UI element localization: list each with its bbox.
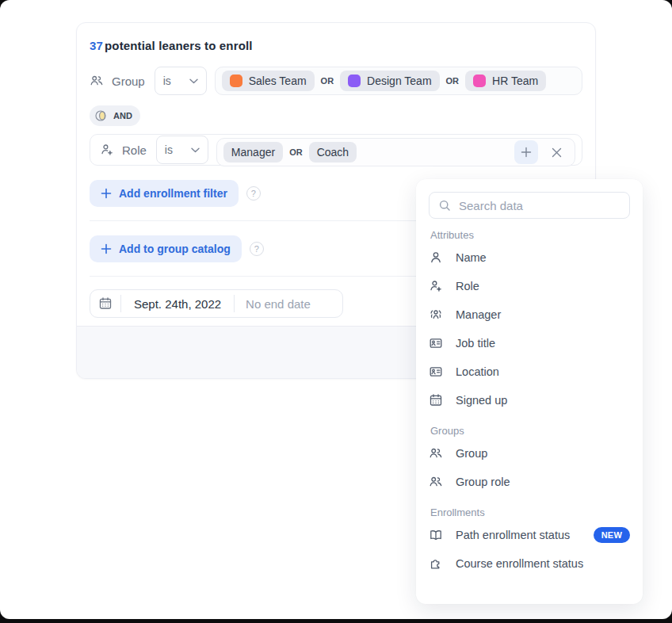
plus-icon: [521, 147, 532, 158]
team-color-dot: [348, 75, 361, 87]
panel-item-label: Signed up: [456, 394, 507, 407]
end-date-placeholder[interactable]: No end date: [235, 297, 322, 311]
manager-icon: [429, 308, 443, 322]
id-card-icon: [429, 365, 443, 379]
date-range-picker: Sept. 24th, 2022 No end date: [90, 289, 343, 318]
group-value-label: Design Team: [367, 75, 431, 87]
panel-item-label: Location: [456, 365, 499, 378]
or-joiner: OR: [446, 76, 460, 86]
panel-item-manager[interactable]: Manager: [429, 300, 630, 329]
and-label: AND: [113, 111, 132, 120]
people-icon: [90, 74, 104, 88]
group-value-pill[interactable]: Sales Team: [222, 71, 315, 91]
role-value-pill[interactable]: Manager: [223, 142, 283, 162]
group-value-pill[interactable]: HR Team: [465, 71, 546, 91]
puzzle-icon: [429, 556, 443, 571]
role-filter-row: Role is Manager OR Coach: [90, 134, 582, 166]
role-values-box[interactable]: Manager OR Coach: [216, 138, 575, 166]
person-icon: [429, 250, 443, 265]
panel-item-group[interactable]: Group: [429, 439, 630, 468]
panel-item-label: Job title: [456, 337, 495, 350]
add-to-group-catalog-label: Add to group catalog: [119, 243, 231, 255]
people-icon: [429, 446, 443, 461]
panel-item-path-enrollment-status[interactable]: Path enrollment status NEW: [429, 521, 630, 549]
panel-item-label: Role: [456, 280, 479, 292]
id-card-icon: [429, 336, 443, 350]
group-operator-value: is: [163, 75, 171, 87]
group-values-box[interactable]: Sales Team OR Design Team OR HR Team: [215, 67, 582, 95]
plus-icon: [101, 243, 112, 254]
group-operator-select[interactable]: is: [155, 67, 207, 95]
panel-item-label: Path enrollment status: [456, 529, 570, 541]
venn-intersect-icon: [94, 109, 109, 123]
team-color-dot: [473, 75, 486, 87]
add-enrollment-filter-button[interactable]: Add enrollment filter: [90, 180, 239, 207]
group-value-pill[interactable]: Design Team: [340, 71, 439, 91]
calendar-icon: [429, 393, 443, 407]
search-input[interactable]: [459, 199, 620, 212]
panel-item-job-title[interactable]: Job title: [429, 329, 630, 357]
section-header-attributes: Attributes: [430, 229, 630, 241]
question-icon[interactable]: ?: [246, 186, 261, 201]
panel-item-location[interactable]: Location: [429, 357, 630, 386]
data-picker-panel: Attributes Name Role: [416, 179, 643, 604]
panel-item-name[interactable]: Name: [429, 243, 630, 272]
search-icon: [438, 199, 452, 212]
plus-icon: [101, 188, 112, 199]
and-join-badge[interactable]: AND: [90, 105, 140, 126]
or-joiner: OR: [321, 76, 334, 86]
venn-fill: [100, 112, 105, 120]
panel-item-label: Manager: [456, 308, 501, 321]
role-value-pill[interactable]: Coach: [309, 142, 357, 162]
add-role-value-button[interactable]: [514, 140, 538, 164]
learner-count: 37: [90, 39, 103, 52]
remove-filter-button[interactable]: [544, 140, 568, 164]
section-header-enrollments: Enrollments: [430, 506, 630, 518]
open-book-icon: [429, 528, 443, 542]
group-value-label: Sales Team: [249, 75, 307, 87]
page: 37potential leaners to enroll Group is: [0, 0, 672, 619]
person-gear-icon: [429, 279, 443, 293]
role-operator-value: is: [165, 143, 173, 156]
people-icon: [429, 475, 443, 489]
question-icon[interactable]: ?: [250, 242, 264, 256]
start-date-value[interactable]: Sept. 24th, 2022: [121, 297, 234, 311]
section-header-groups: Groups: [430, 425, 630, 437]
panel-item-group-role[interactable]: Group role: [429, 468, 630, 496]
title-text: potential leaners to enroll: [105, 39, 253, 52]
group-filter-label: Group: [112, 75, 145, 88]
or-joiner: OR: [289, 147, 303, 157]
team-color-dot: [230, 75, 242, 87]
calendar-icon[interactable]: [90, 296, 120, 311]
search-box: [429, 192, 630, 219]
panel-item-label: Name: [456, 251, 487, 264]
group-filter-row: Group is Sales Team OR Design Team: [90, 67, 582, 95]
chevron-down-icon: [189, 78, 198, 84]
panel-item-course-enrollment-status[interactable]: Course enrollment status: [429, 549, 630, 578]
group-value-label: HR Team: [492, 75, 538, 87]
new-badge: NEW: [594, 527, 630, 543]
panel-item-label: Course enrollment status: [456, 557, 583, 570]
role-filter-label: Role: [122, 143, 147, 157]
close-icon: [552, 147, 562, 158]
panel-item-label: Group role: [456, 476, 510, 488]
role-operator-select[interactable]: is: [156, 136, 208, 164]
role-value-label: Manager: [231, 146, 275, 159]
panel-item-role[interactable]: Role: [429, 272, 630, 300]
chevron-down-icon: [191, 147, 200, 153]
panel-item-label: Group: [456, 447, 487, 460]
page-title: 37potential leaners to enroll: [90, 39, 582, 52]
add-enrollment-filter-label: Add enrollment filter: [119, 187, 227, 200]
panel-item-signed-up[interactable]: Signed up: [429, 386, 630, 415]
role-value-label: Coach: [317, 146, 349, 159]
person-gear-icon: [100, 143, 114, 157]
add-to-group-catalog-button[interactable]: Add to group catalog: [90, 235, 242, 262]
